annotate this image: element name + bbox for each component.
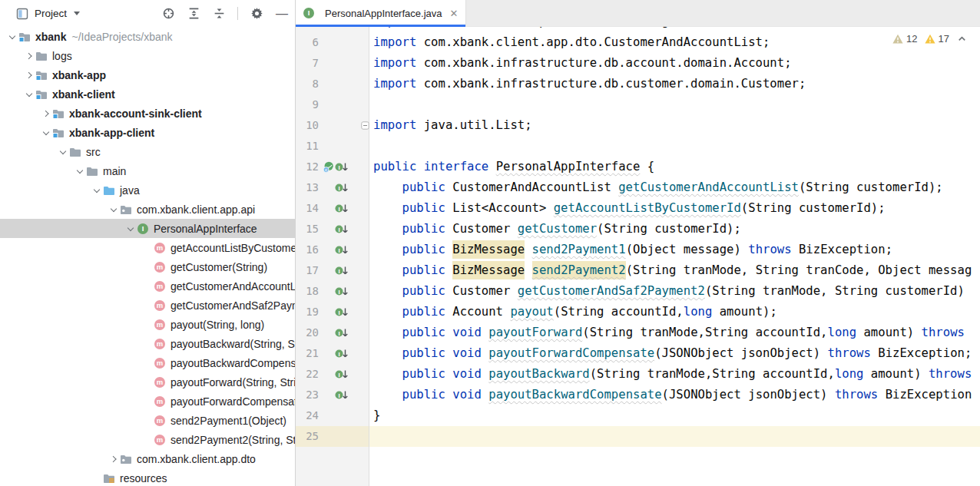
gutter-icons[interactable]: I xyxy=(319,281,357,302)
editor-line-21[interactable]: 21I public void payoutForwardCompensate(… xyxy=(296,343,980,364)
chevron-down-icon[interactable] xyxy=(108,200,120,219)
svg-text:m: m xyxy=(157,416,163,425)
gutter-icons[interactable]: I xyxy=(319,322,357,343)
editor-line-8[interactable]: 8import com.xbank.infrastructure.db.cust… xyxy=(296,74,980,94)
gutter-icons[interactable]: I xyxy=(319,302,357,322)
chevron-placeholder xyxy=(141,276,154,296)
module-icon xyxy=(18,31,31,43)
select-opened-file-button[interactable] xyxy=(161,7,175,21)
editor-line-11[interactable]: 11 xyxy=(296,136,980,157)
tree-item-xbank[interactable]: xbank~/IdeaProjects/xbank xyxy=(0,27,295,46)
line-number: 20 xyxy=(296,322,319,343)
warnings-indicator[interactable]: 17 xyxy=(925,33,949,45)
line-number: 14 xyxy=(296,198,319,219)
chevron-down-icon[interactable] xyxy=(40,123,52,142)
gutter-icons[interactable]: I xyxy=(319,343,357,364)
editor-line-23[interactable]: 23I public void payoutBackwardCompensate… xyxy=(296,385,980,405)
chevron-right-icon[interactable] xyxy=(23,65,35,84)
chevron-right-icon[interactable] xyxy=(40,104,52,123)
editor-line-20[interactable]: 20I public void payoutForward(String tra… xyxy=(296,322,980,343)
tree-item-label: getCustomer(String) xyxy=(171,261,267,273)
editor-line-10[interactable]: 10import java.util.List; xyxy=(296,115,980,136)
gutter-icons[interactable]: cI xyxy=(319,157,357,177)
code-text: import java.util.List; xyxy=(369,115,980,136)
editor-line-19[interactable]: 19I public Account payout(String account… xyxy=(296,302,980,322)
chevron-up-icon[interactable] xyxy=(956,33,968,45)
tree-item-java[interactable]: java xyxy=(0,180,295,200)
tree-item-personalappinterface[interactable]: IPersonalAppInterface xyxy=(0,219,295,238)
gutter-icons[interactable]: I xyxy=(319,364,357,385)
editor-line-25[interactable]: 25 xyxy=(296,426,980,447)
editor-line-7[interactable]: 7import com.xbank.infrastructure.db.acco… xyxy=(296,53,980,74)
tree-item-label: send2Payment2(String, String, Object) xyxy=(171,434,295,446)
chevron-down-icon[interactable] xyxy=(57,142,69,161)
gutter-icons[interactable]: I xyxy=(319,240,357,260)
tree-item-payoutforward-string-string-long[interactable]: mpayoutForward(String, String, long) xyxy=(0,372,295,392)
project-tree: xbank~/IdeaProjects/xbanklogsxbank-appxb… xyxy=(0,27,295,486)
editor-line-9[interactable]: 9 xyxy=(296,94,980,115)
editor-filler xyxy=(296,447,980,486)
chevron-placeholder xyxy=(141,372,154,392)
tree-item-getcustomer-string[interactable]: mgetCustomer(String) xyxy=(0,257,295,276)
implemented-down-arrow: I xyxy=(335,307,349,317)
collapse-all-button[interactable] xyxy=(212,7,226,21)
tree-item-payoutforwardcompensate-jsonobject[interactable]: mpayoutForwardCompensate(JSONObject) xyxy=(0,392,295,411)
editor-line-13[interactable]: 13I public CustomerAndAccountList getCus… xyxy=(296,177,980,198)
tree-item-xbank-app-client[interactable]: xbank-app-client xyxy=(0,123,295,142)
editor-line-22[interactable]: 22I public void payoutBackward(String tr… xyxy=(296,364,980,385)
chevron-down-icon[interactable] xyxy=(91,180,103,200)
chevron-right-icon[interactable] xyxy=(23,46,35,65)
tree-item-src[interactable]: src xyxy=(0,142,295,161)
chevron-down-icon[interactable] xyxy=(23,84,35,104)
chevron-down-icon[interactable] xyxy=(124,219,137,238)
tree-item-payout-string-long[interactable]: mpayout(String, long) xyxy=(0,315,295,334)
tree-item-xbank-account-sink-client[interactable]: xbank-account-sink-client xyxy=(0,104,295,123)
gutter-icons[interactable]: I xyxy=(319,177,357,198)
tree-item-payoutbackward-string-string-long[interactable]: mpayoutBackward(String, String, long) xyxy=(0,334,295,353)
tree-item-logs[interactable]: logs xyxy=(0,46,295,65)
code-text: import com.xbank.client.app.dto.Customer… xyxy=(369,32,980,53)
chevron-down-icon[interactable] xyxy=(6,27,18,46)
gutter-icons xyxy=(319,53,357,74)
implemented-down-arrow: I xyxy=(335,266,349,276)
tree-item-getcustomerandsaf2payment2-string-string[interactable]: mgetCustomerAndSaf2Payment2(String, Stri… xyxy=(0,296,295,315)
editor-line-24[interactable]: 24} xyxy=(296,405,980,426)
gear-icon[interactable] xyxy=(250,7,263,21)
gutter-icons[interactable]: I xyxy=(319,385,357,405)
editor-line-12[interactable]: 12cIpublic interface PersonalAppInterfac… xyxy=(296,157,980,177)
tab-personalappinterface[interactable]: I PersonalAppInterface.java ✕ xyxy=(296,0,466,26)
tree-item-getcustomerandaccountlist-string[interactable]: mgetCustomerAndAccountList(String) xyxy=(0,276,295,296)
chevron-right-icon[interactable] xyxy=(108,449,120,468)
implemented-down-arrow: I xyxy=(335,162,349,172)
editor-gutter: 8 xyxy=(296,74,369,94)
gutter-icons[interactable]: I xyxy=(319,260,357,281)
svg-text:m: m xyxy=(157,282,163,290)
tree-item-com-xbank-client-app-dto[interactable]: com.xbank.client.app.dto xyxy=(0,449,295,468)
tree-item-send2payment2-string-string-object[interactable]: msend2Payment2(String, String, Object) xyxy=(0,430,295,449)
editor-line-18[interactable]: 18I public Customer getCustomerAndSaf2Pa… xyxy=(296,281,980,302)
line-number: 25 xyxy=(296,426,319,447)
chevron-down-icon[interactable] xyxy=(74,161,86,180)
tree-item-com-xbank-client-app-api[interactable]: com.xbank.client.app.api xyxy=(0,200,295,219)
project-view-selector[interactable]: Project xyxy=(15,7,80,21)
editor-gutter: 13I xyxy=(296,177,369,198)
editor-line-16[interactable]: 16I public BizMessage send2Payment1(Obje… xyxy=(296,240,980,260)
gutter-icons[interactable]: I xyxy=(319,219,357,240)
tree-item-main[interactable]: main xyxy=(0,161,295,180)
tree-item-getaccountlistbycustomerid-string[interactable]: mgetAccountListByCustomerId(String) xyxy=(0,238,295,257)
tree-item-xbank-client[interactable]: xbank-client xyxy=(0,84,295,104)
tree-item-xbank-app[interactable]: xbank-app xyxy=(0,65,295,84)
editor-line-15[interactable]: 15I public Customer getCustomer(String c… xyxy=(296,219,980,240)
weak-warnings-indicator[interactable]: 12 xyxy=(892,33,917,45)
tree-item-payoutbackwardcompensate-jsonobject[interactable]: mpayoutBackwardCompensate(JSONObject) xyxy=(0,353,295,372)
close-icon[interactable]: ✕ xyxy=(449,8,458,18)
editor-line-6[interactable]: 6import com.xbank.client.app.dto.Custome… xyxy=(296,32,980,53)
editor-line-5[interactable]: 5import com.bizmud.bizsip.common.BizMess… xyxy=(296,27,980,32)
tree-item-resources[interactable]: resources xyxy=(0,468,295,486)
editor-line-14[interactable]: 14I public List<Account> getAccountListB… xyxy=(296,198,980,219)
gutter-icons[interactable]: I xyxy=(319,198,357,219)
editor-line-17[interactable]: 17I public BizMessage send2Payment2(Stri… xyxy=(296,260,980,281)
tree-item-send2payment1-object[interactable]: msend2Payment1(Object) xyxy=(0,411,295,430)
hide-panel-button[interactable]: — xyxy=(275,7,289,21)
expand-all-button[interactable] xyxy=(187,7,200,21)
